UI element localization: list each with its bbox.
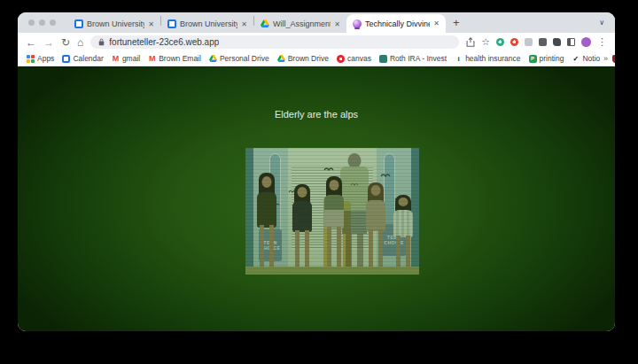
browser-window: Brown University - Calendar - ✕ Brown Un… [18,12,615,331]
google-drive-icon [277,55,285,63]
close-tab-icon[interactable]: ✕ [148,20,154,28]
new-tab-button[interactable]: + [453,17,460,28]
chrome-menu-icon[interactable]: ⋮ [597,37,607,47]
scanline-overlay [245,148,419,275]
bookmark-apps[interactable]: Apps [27,54,54,63]
gmail-icon: M [112,55,120,63]
lock-icon [98,38,105,46]
tab-strip: Brown University - Calendar - ✕ Brown Un… [18,12,615,33]
crystal-ball-favicon [353,19,362,28]
reload-button[interactable]: ↻ [61,37,70,48]
invest-icon [379,55,387,63]
bookmark-printing[interactable]: P printing [529,54,564,63]
bookmark-brown-email[interactable]: M Brown Email [148,54,201,63]
tab-title: Will_Assignment_07 - Googl... [273,19,331,28]
tab-search-chevron-icon[interactable]: ∨ [599,19,604,27]
calendar-favicon [167,19,176,28]
url-text: fortuneteller-23ce6.web.app [109,37,219,47]
close-tab-icon[interactable]: ✕ [334,20,340,28]
maximize-window-button[interactable] [50,19,56,26]
bookmark-roth-ira[interactable]: Roth IRA - Invest [379,54,447,63]
bookmark-mybrown[interactable]: myBrown [612,54,615,63]
google-drive-icon [209,55,217,63]
gmail-icon: M [148,55,156,63]
bookmark-star-icon[interactable]: ☆ [481,37,490,47]
tab-title: Brown University - Calendar - [180,19,237,28]
bookmarks-bar: Apps Calendar M gmail M Brown Email Pers… [18,51,615,66]
share-icon[interactable] [466,37,475,47]
home-button[interactable]: ⌂ [77,37,83,48]
toolbar-right: ☆ ⋮ [466,37,607,47]
close-tab-icon[interactable]: ✕ [433,19,440,27]
bookmark-personal-drive[interactable]: Personal Drive [209,54,269,63]
bookmark-brown-drive[interactable]: Brown Drive [277,54,329,63]
canvas-icon [337,55,345,63]
page-viewport: Elderly are the alps TEEN CHOICE TEEN CH… [18,66,615,331]
checkmark-icon: ✓ [572,55,580,63]
extension-red-icon[interactable] [510,38,518,46]
forward-button[interactable]: → [43,37,54,48]
tab-technically-divvined-active[interactable]: Technically Divvined ✕ [346,14,446,33]
bookmarks-overflow-chevron[interactable]: » [600,51,608,66]
brown-crest-icon [612,55,615,63]
extension-gray-icon[interactable] [525,38,533,46]
fortune-photo: TEEN CHOICE TEEN CHOICE [245,148,419,275]
back-button[interactable]: ← [26,37,36,48]
tab-brown-calendar-1[interactable]: Brown University - Calendar - ✕ [68,15,160,33]
toolbar: ← → ↻ ⌂ fortuneteller-23ce6.web.app ☆ ⋮ [18,33,615,51]
health-icon: i [455,55,463,63]
bookmark-calendar[interactable]: Calendar [62,54,104,63]
close-window-button[interactable] [28,19,35,26]
tab-title: Brown University - Calendar - [87,19,144,28]
tab-drive-assignment[interactable]: Will_Assignment_07 - Googl... ✕ [254,15,346,33]
google-calendar-icon [62,55,70,63]
address-bar[interactable]: fortuneteller-23ce6.web.app [90,35,459,49]
google-drive-favicon [261,19,269,28]
tab-brown-calendar-2[interactable]: Brown University - Calendar - ✕ [161,15,253,33]
minimize-window-button[interactable] [39,19,45,26]
tab-title: Technically Divvined [365,19,430,28]
tabs: Brown University - Calendar - ✕ Brown Un… [68,12,460,33]
bookmark-canvas[interactable]: canvas [337,54,371,63]
side-panel-icon[interactable] [567,38,575,46]
fortune-heading: Elderly are the alps [18,109,615,120]
extensions-puzzle-icon[interactable] [553,38,561,46]
extension-grammarly-icon[interactable] [496,38,504,46]
close-tab-icon[interactable]: ✕ [241,20,247,28]
bookmark-health-insurance[interactable]: i health insurance [455,54,520,63]
extension-dark-icon[interactable] [539,38,547,46]
bookmark-gmail[interactable]: M gmail [112,54,140,63]
calendar-favicon [74,19,83,28]
traffic-lights [28,19,56,26]
profile-avatar[interactable] [581,37,591,47]
printer-icon: P [529,55,537,63]
apps-grid-icon [27,55,35,63]
